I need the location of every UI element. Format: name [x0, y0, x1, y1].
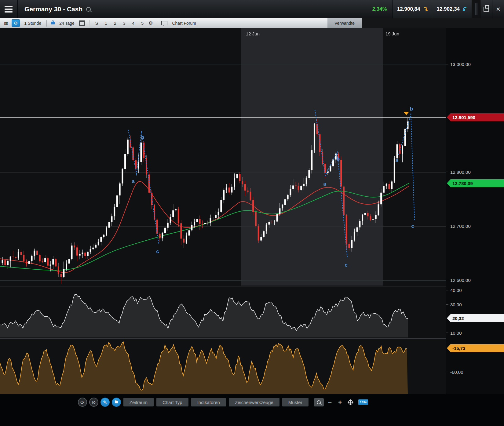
close-button[interactable]: ×: [492, 0, 504, 18]
lock-icon[interactable]: [51, 22, 55, 24]
panel-splitter[interactable]: [472, 0, 480, 18]
zoom-in-button[interactable]: +: [336, 399, 344, 406]
tab-verwandte[interactable]: Verwandte: [327, 18, 362, 28]
change-percent: 2,34%: [372, 6, 387, 12]
quick-timeframe-4[interactable]: 4: [132, 21, 135, 26]
x-axis-date-label: 12 Jun: [246, 31, 260, 36]
lock-icon: [115, 401, 118, 403]
axis-tick-label: 40,00: [446, 288, 462, 293]
toolbar-divider: [157, 20, 157, 27]
axis-tick-label: 12.800,00: [446, 169, 471, 175]
sell-price-button[interactable]: 12.900,84 ↷: [393, 0, 432, 18]
buy-arrow-icon: ↷: [461, 5, 469, 13]
search-icon[interactable]: [86, 7, 91, 12]
title-bar: Germany 30 - Cash 2,34% 12.900,84 ↷ 12.9…: [0, 0, 504, 19]
calendar-icon[interactable]: [79, 20, 85, 26]
chart-settings-button[interactable]: ⚙: [12, 19, 20, 27]
price-axis[interactable]: 13.000,0012.800,0012.700,0012.600,0040,0…: [446, 28, 504, 394]
chart-region: 12 Jun 19 Jun 13.000,0012.800,0012.700,0…: [0, 28, 504, 394]
sell-arrow-icon: ↷: [421, 5, 429, 13]
crosshair-icon: [348, 400, 353, 405]
draw-button[interactable]: ✎: [100, 398, 110, 407]
axis-tick-label: 13.000,00: [446, 62, 471, 67]
chart-toolbar: ▦ ⚙ 1 Stunde 24 Tage S 1 2 3 4 5 ⚙ Chart…: [0, 18, 504, 28]
chat-bubble-icon[interactable]: [161, 21, 167, 25]
price-tag: -15,73: [447, 344, 504, 352]
indikatoren-button[interactable]: Indikatoren: [191, 398, 226, 406]
zoom-tool-button[interactable]: [314, 398, 324, 406]
range-select[interactable]: 24 Tage: [59, 21, 75, 26]
buy-price-button[interactable]: 12.902,34 ↷: [432, 0, 472, 18]
quick-timeframe-2[interactable]: 2: [114, 21, 116, 26]
popout-icon: [484, 7, 489, 12]
axis-tick-label: -60,00: [446, 370, 463, 375]
axis-tick-label: 12.700,00: [446, 224, 471, 229]
toolbar-divider: [46, 20, 47, 27]
lock-drawings-button[interactable]: [112, 398, 121, 407]
hide-drawings-button[interactable]: ⊘: [89, 398, 98, 407]
muster-button[interactable]: Muster: [282, 398, 309, 406]
price-tag: 12.780,09: [447, 179, 504, 187]
buy-price: 12.902,34: [436, 6, 460, 12]
timeframe-select[interactable]: 1 Stunde: [24, 21, 41, 26]
trading-app-window: Germany 30 - Cash 2,34% 12.900,84 ↷ 12.9…: [0, 0, 504, 426]
price-ladder-button[interactable]: 1234: [358, 399, 368, 405]
popout-button[interactable]: [480, 0, 492, 18]
zeitraum-button[interactable]: Zeitraum: [123, 398, 154, 406]
zoom-out-button[interactable]: −: [326, 399, 334, 406]
quick-timeframe-5[interactable]: 5: [141, 21, 144, 26]
quick-timeframe-s[interactable]: S: [95, 21, 98, 26]
menu-button[interactable]: [0, 0, 18, 18]
refresh-button[interactable]: ⟳: [78, 398, 87, 407]
crosshair-button[interactable]: [346, 400, 355, 405]
axis-tick-label: 30,00: [446, 302, 462, 307]
instrument-title: Germany 30 - Cash: [24, 5, 82, 13]
quick-timeframe-3[interactable]: 3: [123, 21, 126, 26]
magnifier-icon: [317, 400, 321, 404]
chart-typ-button[interactable]: Chart Typ: [156, 398, 188, 406]
toolbar-filler: [362, 18, 504, 28]
chart-forum-link[interactable]: Chart Forum: [172, 21, 196, 26]
data-grid-icon[interactable]: ▦: [4, 20, 9, 26]
zeichenwerkzeuge-button[interactable]: Zeichenwerkzeuge: [229, 398, 279, 406]
quick-timeframe-1[interactable]: 1: [105, 21, 107, 26]
x-axis-date-label: 19 Jun: [385, 31, 399, 36]
price-tag: 20,32: [447, 314, 504, 322]
sell-price: 12.900,84: [397, 6, 420, 12]
price-tag: 12.901,590: [447, 113, 504, 121]
price-chart-canvas[interactable]: [0, 28, 446, 394]
axis-tick-label: 10,00: [446, 330, 462, 336]
bottom-toolbar: ⟳ ⊘ ✎ Zeitraum Chart Typ Indikatoren Zei…: [0, 394, 504, 410]
axis-tick-label: 12.600,00: [446, 278, 471, 283]
toolbar-divider: [89, 20, 89, 27]
toolbar-left-group: ▦ ⚙ 1 Stunde 24 Tage S 1 2 3 4 5 ⚙ Chart…: [0, 18, 327, 28]
settings-gear-icon[interactable]: ⚙: [148, 20, 153, 26]
